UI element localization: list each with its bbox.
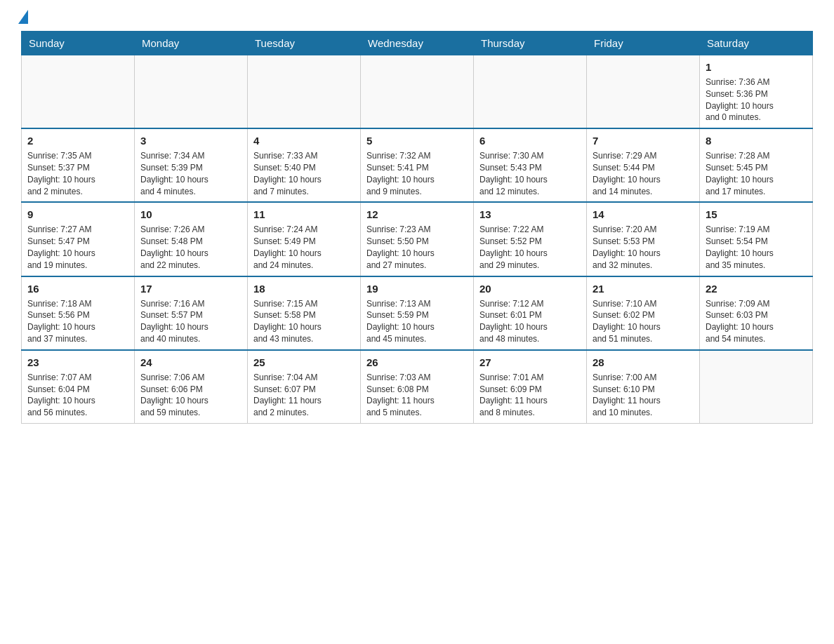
day-number: 18 [253,281,355,296]
day-info: Sunrise: 7:12 AM Sunset: 6:01 PM Dayligh… [479,298,581,345]
day-number: 20 [479,281,581,296]
calendar-cell: 17Sunrise: 7:16 AM Sunset: 5:57 PM Dayli… [135,276,248,350]
day-number: 16 [27,281,128,296]
day-info: Sunrise: 7:35 AM Sunset: 5:37 PM Dayligh… [27,150,128,197]
day-info: Sunrise: 7:33 AM Sunset: 5:40 PM Dayligh… [253,150,355,197]
day-info: Sunrise: 7:06 AM Sunset: 6:06 PM Dayligh… [140,372,241,419]
day-number: 17 [140,281,241,296]
weekday-header-friday: Friday [587,32,700,55]
calendar-cell: 23Sunrise: 7:07 AM Sunset: 6:04 PM Dayli… [22,350,135,424]
day-info: Sunrise: 7:09 AM Sunset: 6:03 PM Dayligh… [706,298,807,345]
calendar-cell: 24Sunrise: 7:06 AM Sunset: 6:06 PM Dayli… [135,350,248,424]
day-info: Sunrise: 7:30 AM Sunset: 5:43 PM Dayligh… [479,150,581,197]
day-number: 22 [706,281,807,296]
day-info: Sunrise: 7:24 AM Sunset: 5:49 PM Dayligh… [253,224,355,271]
day-info: Sunrise: 7:18 AM Sunset: 5:56 PM Dayligh… [27,298,128,345]
day-number: 3 [140,133,241,148]
day-number: 8 [706,133,807,148]
calendar-cell: 4Sunrise: 7:33 AM Sunset: 5:40 PM Daylig… [248,128,361,202]
weekday-header-tuesday: Tuesday [248,32,361,55]
day-number: 24 [140,355,241,370]
day-info: Sunrise: 7:03 AM Sunset: 6:08 PM Dayligh… [366,372,468,419]
day-number: 14 [593,207,694,222]
weekday-header-monday: Monday [135,32,248,55]
weekday-header-sunday: Sunday [22,32,135,55]
day-info: Sunrise: 7:22 AM Sunset: 5:52 PM Dayligh… [479,224,581,271]
weekday-header-row: SundayMondayTuesdayWednesdayThursdayFrid… [22,32,813,55]
calendar-week-row: 2Sunrise: 7:35 AM Sunset: 5:37 PM Daylig… [22,128,813,202]
day-info: Sunrise: 7:20 AM Sunset: 5:53 PM Dayligh… [593,224,694,271]
day-info: Sunrise: 7:19 AM Sunset: 5:54 PM Dayligh… [706,224,807,271]
day-number: 23 [27,355,128,370]
day-info: Sunrise: 7:13 AM Sunset: 5:59 PM Dayligh… [366,298,468,345]
calendar-cell: 7Sunrise: 7:29 AM Sunset: 5:44 PM Daylig… [587,128,700,202]
logo-triangle-icon [18,10,28,24]
calendar-table: SundayMondayTuesdayWednesdayThursdayFrid… [21,31,813,424]
day-info: Sunrise: 7:04 AM Sunset: 6:07 PM Dayligh… [253,372,355,419]
weekday-header-thursday: Thursday [474,32,587,55]
calendar-cell: 11Sunrise: 7:24 AM Sunset: 5:49 PM Dayli… [248,202,361,276]
calendar-cell: 6Sunrise: 7:30 AM Sunset: 5:43 PM Daylig… [474,128,587,202]
day-number: 4 [253,133,355,148]
day-number: 27 [479,355,581,370]
day-info: Sunrise: 7:00 AM Sunset: 6:10 PM Dayligh… [593,372,694,419]
day-number: 6 [479,133,581,148]
calendar-cell: 1Sunrise: 7:36 AM Sunset: 5:36 PM Daylig… [700,55,813,129]
calendar-week-row: 1Sunrise: 7:36 AM Sunset: 5:36 PM Daylig… [22,55,813,129]
calendar-cell [474,55,587,129]
calendar-cell [700,350,813,424]
day-number: 21 [593,281,694,296]
calendar-cell: 16Sunrise: 7:18 AM Sunset: 5:56 PM Dayli… [22,276,135,350]
day-number: 26 [366,355,468,370]
calendar-cell: 21Sunrise: 7:10 AM Sunset: 6:02 PM Dayli… [587,276,700,350]
calendar-cell: 5Sunrise: 7:32 AM Sunset: 5:41 PM Daylig… [361,128,474,202]
day-number: 9 [27,207,128,222]
calendar-cell: 22Sunrise: 7:09 AM Sunset: 6:03 PM Dayli… [700,276,813,350]
day-number: 28 [593,355,694,370]
calendar-cell: 15Sunrise: 7:19 AM Sunset: 5:54 PM Dayli… [700,202,813,276]
day-info: Sunrise: 7:32 AM Sunset: 5:41 PM Dayligh… [366,150,468,197]
calendar-cell: 26Sunrise: 7:03 AM Sunset: 6:08 PM Dayli… [361,350,474,424]
calendar-cell [248,55,361,129]
day-number: 5 [366,133,468,148]
calendar-week-row: 16Sunrise: 7:18 AM Sunset: 5:56 PM Dayli… [22,276,813,350]
day-number: 2 [27,133,128,148]
calendar-week-row: 9Sunrise: 7:27 AM Sunset: 5:47 PM Daylig… [22,202,813,276]
day-number: 11 [253,207,355,222]
calendar-cell: 20Sunrise: 7:12 AM Sunset: 6:01 PM Dayli… [474,276,587,350]
day-info: Sunrise: 7:07 AM Sunset: 6:04 PM Dayligh… [27,372,128,419]
day-info: Sunrise: 7:26 AM Sunset: 5:48 PM Dayligh… [140,224,241,271]
day-number: 15 [706,207,807,222]
calendar-cell [135,55,248,129]
calendar-cell [587,55,700,129]
calendar-cell [22,55,135,129]
calendar-cell: 28Sunrise: 7:00 AM Sunset: 6:10 PM Dayli… [587,350,700,424]
day-info: Sunrise: 7:34 AM Sunset: 5:39 PM Dayligh… [140,150,241,197]
day-info: Sunrise: 7:01 AM Sunset: 6:09 PM Dayligh… [479,372,581,419]
calendar-cell: 18Sunrise: 7:15 AM Sunset: 5:58 PM Dayli… [248,276,361,350]
calendar-cell: 10Sunrise: 7:26 AM Sunset: 5:48 PM Dayli… [135,202,248,276]
day-info: Sunrise: 7:23 AM Sunset: 5:50 PM Dayligh… [366,224,468,271]
day-number: 13 [479,207,581,222]
day-number: 1 [706,60,807,74]
calendar-cell: 19Sunrise: 7:13 AM Sunset: 5:59 PM Dayli… [361,276,474,350]
day-info: Sunrise: 7:16 AM Sunset: 5:57 PM Dayligh… [140,298,241,345]
calendar-cell: 2Sunrise: 7:35 AM Sunset: 5:37 PM Daylig… [22,128,135,202]
calendar-cell: 27Sunrise: 7:01 AM Sunset: 6:09 PM Dayli… [474,350,587,424]
day-info: Sunrise: 7:29 AM Sunset: 5:44 PM Dayligh… [593,150,694,197]
calendar-cell: 9Sunrise: 7:27 AM Sunset: 5:47 PM Daylig… [22,202,135,276]
day-number: 12 [366,207,468,222]
calendar-cell: 8Sunrise: 7:28 AM Sunset: 5:45 PM Daylig… [700,128,813,202]
calendar-cell: 12Sunrise: 7:23 AM Sunset: 5:50 PM Dayli… [361,202,474,276]
calendar-week-row: 23Sunrise: 7:07 AM Sunset: 6:04 PM Dayli… [22,350,813,424]
logo [21,14,28,24]
day-info: Sunrise: 7:15 AM Sunset: 5:58 PM Dayligh… [253,298,355,345]
day-number: 25 [253,355,355,370]
day-number: 10 [140,207,241,222]
day-info: Sunrise: 7:36 AM Sunset: 5:36 PM Dayligh… [706,76,807,123]
calendar-cell: 13Sunrise: 7:22 AM Sunset: 5:52 PM Dayli… [474,202,587,276]
day-info: Sunrise: 7:28 AM Sunset: 5:45 PM Dayligh… [706,150,807,197]
weekday-header-wednesday: Wednesday [361,32,474,55]
weekday-header-saturday: Saturday [700,32,813,55]
calendar-cell: 25Sunrise: 7:04 AM Sunset: 6:07 PM Dayli… [248,350,361,424]
